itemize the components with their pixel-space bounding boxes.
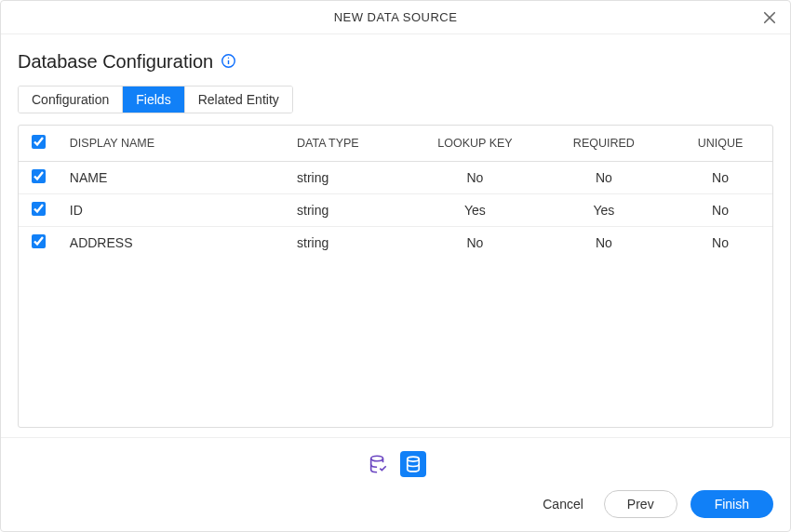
finish-button[interactable]: Finish	[690, 490, 773, 518]
section-header: Database Configuration	[18, 51, 773, 73]
modal-footer: Cancel Prev Finish	[1, 437, 790, 531]
header-data-type: DATA TYPE	[289, 126, 410, 162]
row-checkbox[interactable]	[32, 202, 46, 216]
cell-required: Yes	[540, 194, 668, 227]
cell-required: No	[540, 162, 668, 194]
select-all-checkbox[interactable]	[32, 135, 46, 149]
modal-header: NEW DATA SOURCE	[1, 1, 790, 34]
prev-button[interactable]: Prev	[604, 490, 677, 518]
header-display-name: DISPLAY NAME	[62, 126, 289, 162]
tab-related-entity[interactable]: Related Entity	[185, 86, 292, 113]
table-row: NAME string No No No	[19, 162, 772, 194]
footer-buttons: Cancel Prev Finish	[18, 490, 773, 518]
cancel-button[interactable]: Cancel	[535, 491, 591, 517]
new-data-source-modal: NEW DATA SOURCE Database Configuration C…	[0, 0, 791, 532]
close-icon[interactable]	[758, 7, 781, 29]
modal-body: Database Configuration Configuration Fie…	[1, 34, 790, 437]
database-check-icon[interactable]	[365, 451, 391, 477]
svg-point-6	[408, 457, 420, 461]
modal-title: NEW DATA SOURCE	[334, 10, 458, 24]
cell-display-name: ID	[62, 194, 289, 227]
header-lookup-key: LOOKUP KEY	[410, 126, 539, 162]
table-row: ID string Yes Yes No	[19, 194, 772, 227]
table-row: ADDRESS string No No No	[19, 227, 772, 259]
table-header-row: DISPLAY NAME DATA TYPE LOOKUP KEY REQUIR…	[19, 126, 772, 162]
svg-point-5	[371, 456, 383, 461]
row-checkbox[interactable]	[32, 234, 46, 248]
database-icon[interactable]	[400, 451, 426, 477]
cell-display-name: NAME	[62, 162, 289, 194]
cell-unique: No	[668, 162, 772, 194]
cell-display-name: ADDRESS	[62, 227, 289, 259]
row-checkbox[interactable]	[32, 169, 46, 183]
cell-lookup-key: No	[410, 162, 539, 194]
cell-lookup-key: Yes	[410, 194, 539, 227]
wizard-stepper	[18, 447, 773, 477]
section-title: Database Configuration	[18, 51, 213, 73]
cell-data-type: string	[289, 162, 410, 194]
fields-table: DISPLAY NAME DATA TYPE LOOKUP KEY REQUIR…	[18, 125, 773, 428]
header-required: REQUIRED	[540, 126, 668, 162]
header-unique: UNIQUE	[668, 126, 772, 162]
cell-required: No	[540, 227, 668, 259]
cell-data-type: string	[289, 227, 410, 259]
cell-unique: No	[668, 194, 772, 227]
cell-lookup-key: No	[410, 227, 539, 259]
tab-fields[interactable]: Fields	[123, 86, 184, 113]
tab-configuration[interactable]: Configuration	[19, 86, 123, 113]
info-icon[interactable]	[221, 53, 236, 72]
cell-unique: No	[668, 227, 772, 259]
tabs: Configuration Fields Related Entity	[18, 86, 293, 113]
cell-data-type: string	[289, 194, 410, 227]
svg-point-4	[228, 57, 229, 58]
